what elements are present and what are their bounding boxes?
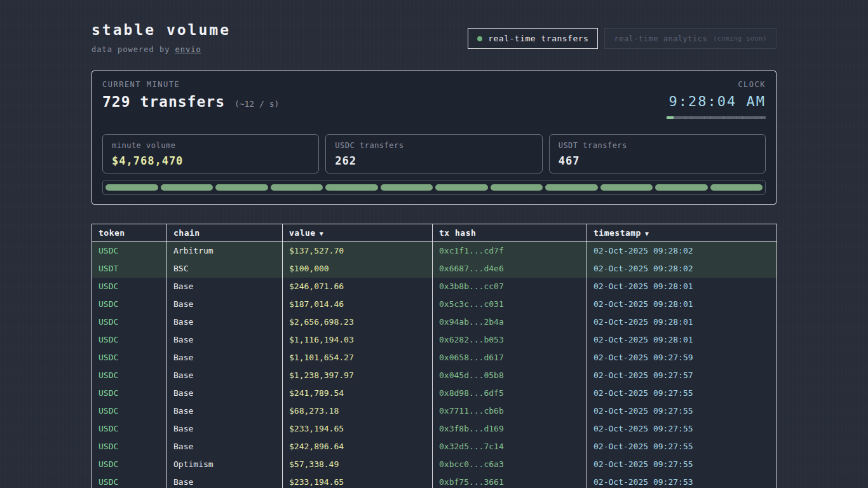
tx-hash-link[interactable]: 0x8d98...6df5 [433,384,587,402]
table-row: USDCBase$241,789.540x8d98...6df502-Oct-2… [92,384,777,402]
live-status-dot-icon [477,36,482,41]
value-cell: $242,896.64 [283,438,433,456]
title-block: stable volume data powered by envio [92,22,231,54]
table-row: USDCBase$233,194.650x3f8b...d16902-Oct-2… [92,420,777,438]
subtitle-text: data powered by [92,45,175,54]
tx-hash-link[interactable]: 0x6687...d4e6 [433,260,587,278]
table-row: USDCBase$1,238,397.970x045d...05b802-Oct… [92,367,777,384]
transfers-count-value: 729 transfers [102,93,225,110]
tx-hash-link[interactable]: 0x3b8b...cc07 [433,278,587,295]
column-header-token: token [92,224,167,242]
page-title: stable volume [92,22,231,38]
chain-cell: Base [167,349,283,367]
timestamp-cell: 02-Oct-2025 09:27:55 [587,438,777,456]
sort-desc-icon: ▼ [320,230,324,237]
tab-realtime-transfers[interactable]: real-time transfers [468,28,598,49]
tab-realtime-analytics: real-time analytics (coming soon) [604,28,776,49]
timestamp-cell: 02-Oct-2025 09:28:02 [587,260,777,278]
minute-progress-fill [667,116,674,119]
timestamp-cell: 02-Oct-2025 09:27:53 [587,473,777,488]
timestamp-cell: 02-Oct-2025 09:28:01 [587,278,777,295]
activity-segment [655,184,708,191]
column-header-timestamp[interactable]: timestamp▼ [587,224,777,242]
token-cell: USDC [92,367,167,384]
stat-value: 467 [559,154,756,167]
tx-hash-link[interactable]: 0xbf75...3661 [433,473,587,488]
value-cell: $233,194.65 [283,420,433,438]
stat-boxes: minute volume $4,768,470 USDC transfers … [102,134,766,173]
tx-hash-link[interactable]: 0x94ab...2b4a [433,313,587,331]
table-row: USDCBase$1,116,194.030x6282...b05302-Oct… [92,331,777,349]
tx-hash-link[interactable]: 0xc1f1...cd7f [433,242,587,260]
transfers-table: token chain value▼ tx hash timestamp▼ US… [92,224,777,488]
table-row: USDCBase$68,273.180x7711...cb6b02-Oct-20… [92,402,777,420]
token-cell: USDC [92,402,167,420]
token-cell: USDC [92,420,167,438]
token-cell: USDC [92,438,167,456]
chain-cell: Base [167,331,283,349]
value-cell: $137,527.70 [283,242,433,260]
table-row: USDTBSC$100,0000x6687...d4e602-Oct-2025 … [92,260,777,278]
transfers-summary: CURRENT MINUTE 729 transfers (~12 / s) [102,80,279,119]
page-container: stable volume data powered by envio real… [92,0,776,488]
token-cell: USDT [92,260,167,278]
transfers-count: 729 transfers (~12 / s) [102,93,279,110]
stat-box-minute-volume: minute volume $4,768,470 [102,134,319,173]
value-cell: $68,273.18 [283,402,433,420]
stat-value: $4,768,470 [112,154,309,167]
subtitle: data powered by envio [92,45,231,54]
stat-label: USDC transfers [335,141,532,150]
chain-cell: Base [167,402,283,420]
tx-hash-link[interactable]: 0x045d...05b8 [433,367,587,384]
token-cell: USDC [92,473,167,488]
value-cell: $246,071.66 [283,278,433,295]
section-label: CURRENT MINUTE [102,80,279,89]
stat-box-usdt-transfers: USDT transfers 467 [549,134,766,173]
tab-label: real-time analytics [614,34,707,43]
table-row: USDCBase$2,656,698.230x94ab...2b4a02-Oct… [92,313,777,331]
tx-hash-link[interactable]: 0x7711...cb6b [433,402,587,420]
stat-box-usdc-transfers: USDC transfers 262 [325,134,542,173]
value-cell: $1,101,654.27 [283,349,433,367]
token-cell: USDC [92,295,167,313]
activity-segment [710,184,763,191]
timestamp-cell: 02-Oct-2025 09:28:01 [587,313,777,331]
transfers-rate: (~12 / s) [234,99,279,109]
token-cell: USDC [92,278,167,295]
current-minute-panel: CURRENT MINUTE 729 transfers (~12 / s) C… [92,71,776,205]
envio-link[interactable]: envio [175,45,201,54]
clock-time: 9:28:04 AM [667,93,766,109]
table-row: USDCArbitrum$137,527.700xc1f1...cd7f02-O… [92,242,777,260]
token-cell: USDC [92,349,167,367]
timestamp-cell: 02-Oct-2025 09:27:57 [587,367,777,384]
timestamp-cell: 02-Oct-2025 09:27:55 [587,456,777,473]
table-row: USDCBase$242,896.640x32d5...7c1402-Oct-2… [92,438,777,456]
chain-cell: Base [167,420,283,438]
chain-cell: Base [167,295,283,313]
token-cell: USDC [92,313,167,331]
column-header-tx-hash: tx hash [433,224,587,242]
table-row: USDCBase$233,194.650xbf75...366102-Oct-2… [92,473,777,488]
tx-hash-link[interactable]: 0x3f8b...d169 [433,420,587,438]
table-row: USDCBase$246,071.660x3b8b...cc0702-Oct-2… [92,278,777,295]
tx-hash-link[interactable]: 0x32d5...7c14 [433,438,587,456]
column-header-chain: chain [167,224,283,242]
value-cell: $187,014.46 [283,295,433,313]
activity-segment [600,184,653,191]
chain-cell: Optimism [167,456,283,473]
tx-hash-link[interactable]: 0x0658...d617 [433,349,587,367]
token-cell: USDC [92,456,167,473]
tx-hash-link[interactable]: 0x6282...b053 [433,331,587,349]
table-row: USDCOptimism$57,338.490xbcc0...c6a302-Oc… [92,456,777,473]
chain-cell: Base [167,313,283,331]
timestamp-cell: 02-Oct-2025 09:28:01 [587,331,777,349]
table-header-row: token chain value▼ tx hash timestamp▼ [92,224,777,242]
chain-cell: BSC [167,260,283,278]
value-cell: $2,656,698.23 [283,313,433,331]
clock-label: CLOCK [667,80,766,89]
timestamp-cell: 02-Oct-2025 09:28:01 [587,295,777,313]
tx-hash-link[interactable]: 0xbcc0...c6a3 [433,456,587,473]
tx-hash-link[interactable]: 0x5c3c...c031 [433,295,587,313]
column-header-value[interactable]: value▼ [283,224,433,242]
sort-desc-icon: ▼ [645,230,649,237]
